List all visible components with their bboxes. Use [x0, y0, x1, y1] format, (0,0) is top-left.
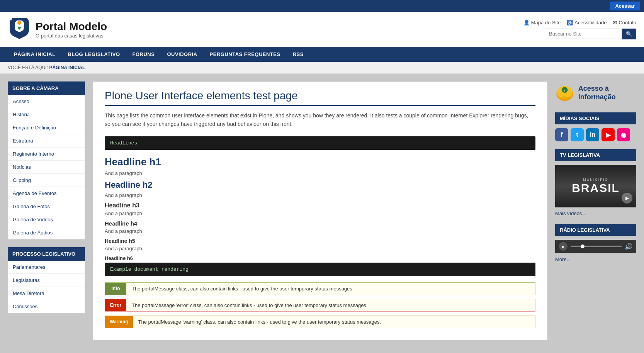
mais-videos-link[interactable]: Mais vídeos... — [555, 210, 636, 216]
svg-point-0 — [17, 21, 21, 25]
sidebar-title-sobre: SOBRE A CÂMARA — [8, 81, 85, 95]
radio-more-link[interactable]: More... — [555, 256, 571, 262]
sidebar-menu-processo: Parlamentares Legislaturas Mesa Diretora… — [8, 261, 85, 313]
tv-section: TV LEGISLATIVA MUNICÍPIO BRASIL ▶ Mais v… — [555, 149, 636, 216]
linkedin-icon[interactable]: in — [586, 128, 599, 141]
sidebar-title-processo: PROCESSO LEGISLATIVO — [8, 247, 85, 261]
nav-foruns[interactable]: FÓRUNS — [126, 47, 161, 62]
radio-volume-icon[interactable]: 🔊 — [625, 243, 632, 250]
portal-logo — [8, 16, 31, 43]
sidebar-item-acesso[interactable]: Acesso — [8, 95, 85, 108]
sidebar-item-galeria-fotos[interactable]: Galeria de Fotos — [8, 200, 85, 213]
search-input[interactable] — [545, 29, 622, 39]
intro-text: This page lists the common user interfac… — [105, 111, 535, 129]
login-button[interactable]: Acessar — [610, 2, 640, 10]
nav-ouvidoria[interactable]: OUVIDORIA — [161, 47, 203, 62]
nav-perguntas[interactable]: PERGUNTAS FREQUENTES — [204, 47, 287, 62]
sidebar-item-regimento[interactable]: Regimento Interno — [8, 148, 85, 161]
headline-h6: Headline h6 — [105, 255, 535, 261]
breadcrumb-prefix: VOCÊ ESTÁ AQUI: — [8, 65, 48, 70]
accessibility-icon: ♿ — [567, 20, 573, 25]
sidebar-item-noticias[interactable]: Notícias — [8, 161, 85, 174]
youtube-icon[interactable]: ▶ — [602, 128, 615, 141]
svg-point-5 — [560, 96, 569, 101]
radio-progress-dot — [581, 244, 585, 248]
acessibilidade-link[interactable]: ♿ Acessibilidade — [567, 20, 607, 25]
person-icon: 👤 — [523, 20, 530, 25]
headline-h1: Headline h1 — [105, 156, 535, 168]
msg-info-label: Info — [105, 283, 126, 295]
search-button[interactable]: 🔍 — [622, 29, 636, 39]
radio-player: ▶ 🔊 — [555, 240, 636, 253]
mail-icon: ✉ — [613, 20, 617, 25]
breadcrumb-current[interactable]: PÁGINA INICIAL — [49, 65, 85, 70]
sidebar-item-parlamentares[interactable]: Parlamentares — [8, 261, 85, 274]
sidebar-menu-sobre: Acesso História Função e Definição Estru… — [8, 95, 85, 239]
nav-pagina-inicial[interactable]: PÁGINA INICIAL — [8, 47, 62, 62]
radio-title: RÁDIO LEGISLATIVA — [555, 224, 636, 236]
headline-h5: Headline h5 — [105, 238, 535, 244]
nav-blog[interactable]: BLOG LEGISLATIVO — [62, 47, 126, 62]
acesso-info[interactable]: i Acesso à Informação — [555, 81, 636, 105]
logo-text: Portal Modelo O portal das casas legisla… — [36, 20, 107, 39]
page-title: Plone User Interface elements test page — [105, 90, 535, 106]
sidebar-item-legislaturas[interactable]: Legislaturas — [8, 274, 85, 287]
headline-h3: Headline h3 — [105, 202, 535, 209]
code-block-headlines: Headlines — [105, 136, 535, 150]
midias-title: MÍDIAS SOCIAIS — [555, 112, 636, 124]
brasil-label: BRASIL — [572, 182, 620, 195]
site-subtitle: O portal das casas legislativas — [36, 33, 107, 39]
msg-warning-box: Warning The portalMessage 'warning' clas… — [105, 316, 535, 328]
main-layout: SOBRE A CÂMARA Acesso História Função e … — [0, 74, 644, 348]
acesso-text: Acesso à Informação — [578, 85, 636, 101]
h2-paragraph: And a paragraph — [105, 192, 535, 198]
radio-progress-bar[interactable] — [571, 246, 622, 247]
h3-paragraph: And a paragraph — [105, 210, 535, 216]
msg-error-box: Error The portalMessage 'error' class, c… — [105, 299, 535, 312]
top-bar: Acessar — [0, 0, 644, 12]
main-content: Plone User Interface elements test page … — [93, 81, 547, 340]
sidebar-item-estrutura[interactable]: Estrutura — [8, 134, 85, 148]
sidebar: SOBRE A CÂMARA Acesso História Função e … — [8, 81, 85, 340]
main-nav: PÁGINA INICIAL BLOG LEGISLATIVO FÓRUNS O… — [0, 47, 644, 62]
sidebar-item-comissoes[interactable]: Comissões — [8, 300, 85, 313]
video-text: MUNICÍPIO BRASIL — [572, 178, 620, 195]
acesso-icon: i — [555, 81, 574, 105]
video-thumb[interactable]: MUNICÍPIO BRASIL ▶ — [555, 165, 636, 207]
sidebar-item-agenda[interactable]: Agenda de Eventos — [8, 187, 85, 200]
mapa-link[interactable]: 👤 Mapa do Site — [523, 20, 561, 25]
sidebar-item-mesa[interactable]: Mesa Diretora — [8, 287, 85, 300]
facebook-icon[interactable]: f — [555, 128, 568, 141]
sidebar-item-galeria-videos[interactable]: Galeria de Vídeos — [8, 213, 85, 226]
site-title: Portal Modelo — [36, 20, 107, 33]
msg-error-text: The portalMessage 'error' class, can als… — [126, 299, 535, 311]
tv-title: TV LEGISLATIVA — [555, 149, 636, 161]
logo-area: Portal Modelo O portal das casas legisla… — [8, 16, 107, 43]
code-block-example: Example document rendering — [105, 263, 535, 276]
msg-warning-label: Warning — [105, 316, 133, 328]
sidebar-item-funcao[interactable]: Função e Definição — [8, 121, 85, 134]
sidebar-item-clipping[interactable]: Clipping — [8, 174, 85, 187]
search-bar: 🔍 — [545, 29, 636, 39]
svg-text:i: i — [564, 88, 566, 92]
sidebar-item-galeria-audios[interactable]: Galeria de Áudios — [8, 226, 85, 239]
msg-warning-text: The portalMessage 'warning' class, can a… — [133, 316, 535, 328]
right-panel: i Acesso à Informação MÍDIAS SOCIAIS f t… — [555, 81, 636, 340]
h4-paragraph: And a paragraph — [105, 228, 535, 234]
msg-info-box: Info The portalMessage class, can also c… — [105, 282, 535, 295]
social-icons: f t in ▶ ◉ — [555, 128, 636, 141]
video-play-btn[interactable]: ▶ — [622, 193, 632, 204]
header-links: 👤 Mapa do Site ♿ Acessibilidade ✉ Contat… — [523, 20, 636, 25]
flickr-icon[interactable]: ◉ — [617, 128, 630, 141]
headline-h4: Headline h4 — [105, 220, 535, 227]
nav-rss[interactable]: RSS — [287, 47, 310, 62]
radio-play-btn[interactable]: ▶ — [559, 242, 568, 251]
sidebar-item-historia[interactable]: História — [8, 108, 85, 121]
municipio-label: MUNICÍPIO — [572, 178, 620, 182]
header: Portal Modelo O portal das casas legisla… — [0, 12, 644, 47]
headline-h2: Headline h2 — [105, 180, 535, 190]
header-right: 👤 Mapa do Site ♿ Acessibilidade ✉ Contat… — [523, 20, 636, 39]
twitter-icon[interactable]: t — [571, 128, 584, 141]
contato-link[interactable]: ✉ Contato — [613, 20, 636, 25]
msg-error-label: Error — [105, 299, 126, 311]
